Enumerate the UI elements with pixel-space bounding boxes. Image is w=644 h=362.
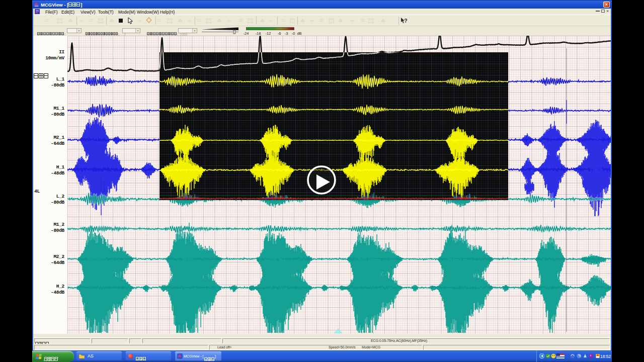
svg-text:?: ? bbox=[404, 18, 408, 24]
